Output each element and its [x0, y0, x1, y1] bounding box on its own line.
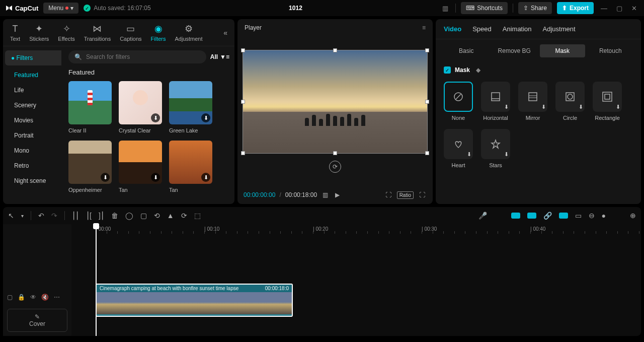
mask-heart[interactable]: ⬇Heart — [444, 129, 473, 168]
crop-icon[interactable]: ⬚ — [194, 212, 201, 220]
all-filter-button[interactable]: All ▼≡ — [210, 53, 229, 60]
subtab-retouch[interactable]: Retouch — [588, 44, 633, 57]
keyframe-icon[interactable]: ◆ — [476, 66, 480, 74]
split-icon[interactable]: ⎮⎮ — [72, 212, 79, 220]
tab-effects[interactable]: ✧Effects — [58, 23, 74, 42]
mask-none[interactable]: None — [444, 82, 473, 121]
maximize-icon[interactable]: ▢ — [614, 5, 624, 12]
scale-icon[interactable]: ⛶ — [384, 190, 393, 200]
collapse-icon[interactable]: « — [223, 29, 227, 37]
resize-handle[interactable] — [333, 48, 337, 52]
resize-handle[interactable] — [425, 100, 429, 104]
tab-adjustment[interactable]: ⚙Adjustment — [175, 23, 203, 42]
chevron-down-icon[interactable]: ▾ — [21, 213, 24, 219]
rotate-icon[interactable]: ⟳ — [329, 161, 341, 173]
subtab-basic[interactable]: Basic — [444, 44, 489, 57]
inspector-tab-video[interactable]: Video — [444, 25, 461, 33]
layout-icon[interactable]: ▥ — [440, 5, 450, 12]
subtab-mask[interactable]: Mask — [540, 44, 585, 57]
mute-icon[interactable]: 🔇 — [41, 294, 49, 301]
minimize-icon[interactable]: — — [599, 5, 609, 12]
sidebar-item-night-scene[interactable]: Night scene — [5, 173, 61, 188]
export-button[interactable]: ⬆ Export — [557, 2, 594, 14]
playhead[interactable] — [96, 224, 97, 336]
trim-left-icon[interactable]: ⎮[ — [86, 212, 92, 220]
undo-icon[interactable]: ↶ — [38, 212, 44, 220]
search-box[interactable]: 🔍 — [68, 50, 206, 63]
mask-checkbox[interactable]: ✓ — [444, 66, 451, 74]
resize-handle[interactable] — [425, 48, 429, 52]
tab-filters[interactable]: ◉Filters — [151, 23, 166, 42]
close-icon[interactable]: ✕ — [629, 5, 639, 12]
video-clip[interactable]: Cinemagraph camping at beach with bonfir… — [96, 284, 293, 317]
sidebar-item-portrait[interactable]: Portrait — [5, 128, 61, 143]
share-button[interactable]: ⇪ Share — [518, 2, 552, 14]
sidebar-item-scenery[interactable]: Scenery — [5, 98, 61, 113]
mirror-icon[interactable]: ▲ — [167, 212, 174, 220]
frame-icon[interactable]: ▢ — [140, 212, 147, 220]
timeline-tracks[interactable]: | 00:00| 00:10| 00:20| 00:30| 00:40 Cine… — [71, 224, 641, 336]
ratio-button[interactable]: Ratio — [397, 191, 414, 199]
pointer-icon[interactable]: ↖ — [8, 212, 14, 220]
timeline-ruler[interactable]: | 00:00| 00:10| 00:20| 00:30| 00:40 — [71, 224, 641, 235]
zoom-out-icon[interactable]: ⊖ — [589, 212, 595, 220]
subtab-remove-bg[interactable]: Remove BG — [492, 44, 537, 57]
record-icon[interactable]: ▭ — [575, 212, 582, 220]
play-icon[interactable]: ▶ — [334, 190, 341, 200]
resize-handle[interactable] — [333, 151, 337, 155]
mask-circle[interactable]: ⬇Circle — [555, 82, 585, 121]
rotate-icon[interactable]: ⟳ — [181, 212, 187, 220]
sidebar-item-life[interactable]: Life — [5, 83, 61, 98]
redo-icon[interactable]: ↷ — [51, 212, 57, 220]
mark-icon[interactable]: ◯ — [125, 212, 133, 220]
player-menu-icon[interactable]: ≡ — [422, 24, 426, 31]
sidebar-item-featured[interactable]: Featured — [5, 67, 61, 83]
filter-thumb[interactable]: ⬇Green Lake — [169, 81, 212, 133]
sidebar-item-retro[interactable]: Retro — [5, 158, 61, 173]
more-icon[interactable]: ⋯ — [54, 294, 60, 301]
inspector-tab-animation[interactable]: Animation — [503, 25, 532, 33]
zoom-slider-icon[interactable]: ● — [602, 212, 606, 220]
link-icon[interactable]: 🔗 — [543, 212, 552, 220]
preview-toggle[interactable] — [559, 213, 568, 219]
mic-icon[interactable]: 🎤 — [478, 212, 487, 220]
filter-thumb[interactable]: ⬇Crystal Clear — [119, 81, 162, 133]
blank-icon[interactable]: ▢ — [7, 294, 13, 301]
search-input[interactable] — [86, 53, 200, 60]
layout-columns-icon[interactable]: ▥ — [321, 190, 330, 200]
filter-thumb[interactable]: ⬇Tan — [119, 141, 162, 193]
menu-button[interactable]: Menu ▾ — [43, 3, 78, 14]
mask-stars[interactable]: ⬇Stars — [481, 129, 510, 168]
sidebar-item-movies[interactable]: Movies — [5, 113, 61, 128]
inspector-tab-speed[interactable]: Speed — [472, 25, 492, 33]
sidebar-item-mono[interactable]: Mono — [5, 143, 61, 158]
filter-thumb[interactable]: ⬇Tan — [169, 141, 212, 193]
inspector-tab-adjustment[interactable]: Adjustment — [543, 25, 576, 33]
lock-icon[interactable]: 🔒 — [18, 294, 25, 301]
tab-captions[interactable]: ▭Captions — [120, 23, 141, 42]
zoom-in-icon[interactable]: ⊕ — [630, 212, 636, 220]
resize-handle[interactable] — [425, 151, 429, 155]
mask-horizontal[interactable]: ⬇Horizontal — [481, 82, 510, 121]
tab-transitions[interactable]: ⋈Transitions — [84, 23, 111, 42]
filter-thumb[interactable]: ⬇Oppenheimer — [68, 141, 112, 193]
fullscreen-icon[interactable]: ⛶ — [418, 190, 427, 200]
tab-text[interactable]: TText — [10, 24, 20, 42]
reverse-icon[interactable]: ⟲ — [154, 212, 160, 220]
resize-handle[interactable] — [241, 48, 245, 52]
mask-mirror[interactable]: ⬇Mirror — [518, 82, 547, 121]
trim-right-icon[interactable]: ]⎮ — [99, 212, 104, 220]
eye-icon[interactable]: 👁 — [30, 294, 36, 301]
mask-rectangle[interactable]: ⬇Rectangle — [593, 82, 622, 121]
snap-toggle[interactable] — [511, 213, 520, 219]
resize-handle[interactable] — [241, 151, 245, 155]
tab-stickers[interactable]: ✦Stickers — [29, 23, 49, 42]
preview-canvas[interactable] — [243, 50, 428, 154]
sidebar-filters[interactable]: ● Filters — [5, 50, 61, 65]
magnet-toggle[interactable] — [527, 213, 536, 219]
resize-handle[interactable] — [241, 100, 245, 104]
shortcuts-button[interactable]: ⌨ Shortcuts — [461, 2, 508, 14]
filter-thumb[interactable]: Clear II — [68, 81, 112, 133]
delete-icon[interactable]: 🗑 — [111, 212, 118, 220]
cover-button[interactable]: ✎ Cover — [7, 309, 67, 332]
